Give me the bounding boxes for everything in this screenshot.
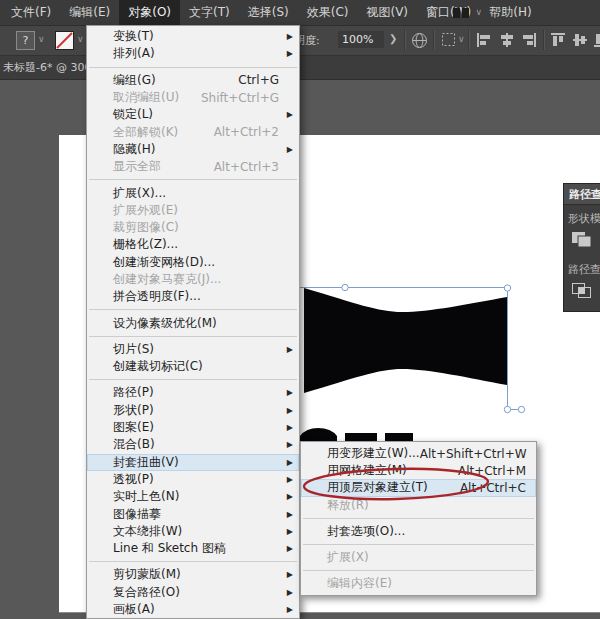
menubar-item[interactable]: 对象(O) [119,0,180,25]
menu-item[interactable]: 拼合透明度(F)... ▶ [87,288,299,305]
menu-item[interactable]: 创建渐变网格(D)... ▶ [87,254,299,271]
pathfinder-panel-tab[interactable]: 路径查找器 [564,184,600,205]
submenu-item[interactable]: 用顶层对象建立(T) Alt+Ctrl+C [301,479,536,496]
menu-item[interactable]: 扩展外观(E) ▶ [87,202,299,219]
menubar-item[interactable]: 文字(T) [180,0,239,25]
menu-separator [89,336,297,337]
menu-item[interactable]: 栅格化(Z)... ▶ [87,236,299,253]
submenu-arrow-icon: ▶ [281,570,293,579]
menu-item[interactable]: 锁定(L) ▶ [87,106,299,123]
submenu-arrow-icon: ▶ [281,510,293,519]
submenu-arrow-icon: ▶ [281,423,293,432]
align-left-icon[interactable] [476,32,492,48]
submenu-item[interactable]: 扩展(X) [301,549,536,566]
submenu-item[interactable]: 释放(R) [301,497,536,514]
menu-separator [89,67,297,68]
menubar-item[interactable]: 选择(S) [239,0,298,25]
shape-modes-label: 形状模式: [564,205,600,228]
workspace-switcher[interactable]: ∨ [453,0,482,25]
menu-separator [89,309,297,310]
submenu-item[interactable]: 封套选项(O)... [301,523,536,540]
menu-item[interactable]: 扩展(X)... ▶ [87,184,299,201]
menu-separator [89,561,297,562]
menu-item[interactable]: 复合路径(O) ▶ [87,584,299,601]
pathfinder-panel: 路径查找器 形状模式: 路径查找器: [563,183,600,312]
workspace-grid-icon [453,7,469,19]
help-tool-button[interactable]: ? [16,31,35,50]
submenu-arrow-icon: ▶ [281,110,293,119]
menu-separator [303,544,534,545]
menu-item[interactable]: 实时上色(N) ▶ [87,488,299,505]
divider [404,30,406,50]
menu-item[interactable]: 取消编组(U) Shift+Ctrl+G ▶ [87,89,299,106]
menu-separator [303,518,534,519]
submenu-arrow-icon: ▶ [281,49,293,58]
menu-separator [303,570,534,571]
submenu-item[interactable]: 编辑内容(E) [301,575,536,592]
menu-item[interactable]: 混合(B) ▶ [87,436,299,453]
menu-item[interactable]: 设为像素级优化(M) ▶ [87,314,299,331]
align-center-horizontal-icon[interactable] [499,32,515,48]
chevron-down-icon[interactable]: ∨ [77,35,84,44]
document-setup-globe-icon[interactable] [411,32,428,49]
submenu-arrow-icon: ▶ [281,406,293,415]
align-right-icon[interactable] [521,32,537,48]
menu-item[interactable]: 切片(S) ▶ [87,341,299,358]
menu-item[interactable]: 图案(E) ▶ [87,419,299,436]
chevron-down-icon[interactable]: ∨ [458,35,465,44]
object-menu: 变换(T) ▶ 排列(A) ▶ 编组(G) Ctrl+G ▶ 取消编组(U) S… [86,25,300,619]
menubar-item[interactable]: 编辑(E) [60,0,119,25]
menu-item[interactable]: 编组(G) Ctrl+G ▶ [87,72,299,89]
menu-item[interactable]: 排列(A) ▶ [87,45,299,62]
menubar-item[interactable]: 文件(F) [2,0,60,25]
menu-item[interactable]: 剪切蒙版(M) ▶ [87,566,299,583]
submenu-arrow-icon: ▶ [281,605,293,614]
submenu-item[interactable]: 用网格建立(M) Alt+Ctrl+M [301,462,536,479]
menu-item[interactable]: 创建裁切标记(C) ▶ [87,358,299,375]
menu-item[interactable]: 创建对象马赛克(J)... ▶ [87,271,299,288]
submenu-arrow-icon: ▶ [281,588,293,597]
submenu-arrow-icon: ▶ [281,492,293,501]
opacity-value-field[interactable]: 100% [338,31,384,48]
no-fill-swatch[interactable] [55,31,74,50]
submenu-arrow-icon: ▶ [281,145,293,154]
menubar-item[interactable]: 帮助(H) [480,0,540,25]
menu-item[interactable]: 文本绕排(W) ▶ [87,523,299,540]
menu-item[interactable]: 隐藏(H) ▶ [87,141,299,158]
divider [543,30,545,50]
menu-item[interactable]: 裁剪图像(C) ▶ [87,219,299,236]
divider [468,30,470,50]
menu-item[interactable]: 透视(P) ▶ [87,471,299,488]
menubar-item[interactable]: 效果(C) [298,0,358,25]
submenu-arrow-icon: ▶ [281,544,293,553]
menu-item[interactable]: 显示全部 Alt+Ctrl+3 ▶ [87,158,299,175]
chevron-down-icon[interactable]: ∨ [38,35,45,44]
submenu-arrow-icon: ▶ [281,440,293,449]
submenu-item[interactable]: 用变形建立(W)... Alt+Shift+Ctrl+W [301,445,536,462]
menu-item[interactable]: Line 和 Sketch 图稿 ▶ [87,540,299,557]
menu-item[interactable]: 变换(T) ▶ [87,28,299,45]
menu-item[interactable]: 路径(P) ▶ [87,384,299,401]
submenu-arrow-icon: ▶ [281,345,293,354]
menu-item[interactable]: 图像描摹 ▶ [87,505,299,522]
menubar-item[interactable]: 视图(V) [357,0,417,25]
menu-item[interactable]: 画板(A) ▶ [87,601,299,618]
menu-separator [89,179,297,180]
submenu-arrow-icon: ▶ [281,458,293,467]
chevron-down-icon: ∨ [475,8,482,17]
menu-item[interactable]: 全部解锁(K) Alt+Ctrl+2 ▶ [87,123,299,140]
menubar: 文件(F) 编辑(E) 对象(O) 文字(T) 选择(S) 效果(C) 视图(V… [0,0,600,26]
opacity-stepper[interactable]: ❯ [389,33,397,44]
menu-item[interactable]: 形状(P) ▶ [87,402,299,419]
menu-item[interactable]: 封套扭曲(V) ▶ [87,454,299,471]
envelope-distort-submenu: 用变形建立(W)... Alt+Shift+Ctrl+W 用网格建立(M) Al… [300,441,537,596]
distribute-top-icon[interactable] [550,32,566,48]
pathfinders-label: 路径查找器: [564,256,600,279]
divide-icon[interactable] [570,281,594,301]
menu-separator [89,379,297,380]
submenu-arrow-icon: ▶ [281,388,293,397]
distribute-bottom-icon[interactable] [593,32,600,48]
unite-icon[interactable] [570,230,594,250]
isolate-selection-icon[interactable] [441,32,456,47]
distribute-center-vertical-icon[interactable] [572,32,588,48]
